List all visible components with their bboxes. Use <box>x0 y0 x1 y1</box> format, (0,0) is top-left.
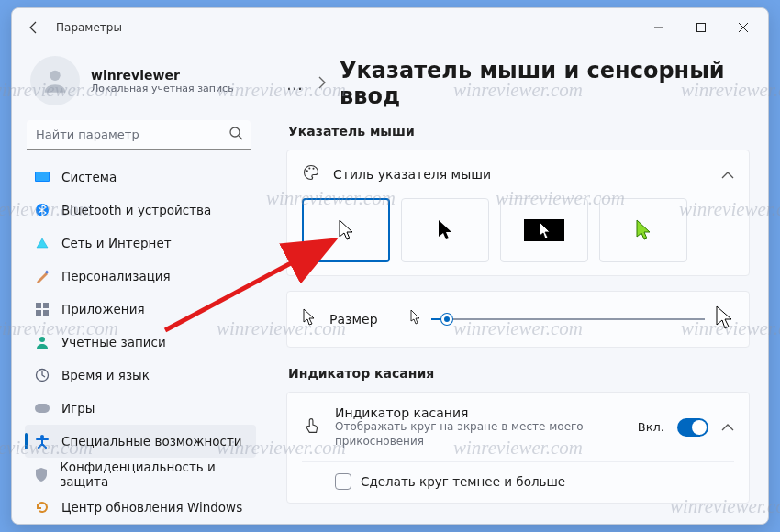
nav-bluetooth[interactable]: Bluetooth и устройства <box>25 194 256 227</box>
breadcrumb-ellipsis[interactable]: … <box>286 74 305 94</box>
privacy-icon <box>34 466 49 482</box>
touch-darker-label: Сделать круг темнее и больше <box>361 474 565 489</box>
nav-gaming[interactable]: Игры <box>25 392 256 425</box>
svg-point-19 <box>313 168 315 170</box>
maximize-button[interactable] <box>680 9 722 46</box>
chevron-right-icon <box>318 75 327 93</box>
svg-point-18 <box>308 167 310 169</box>
svg-rect-6 <box>36 172 49 181</box>
close-button[interactable] <box>722 9 764 46</box>
time-icon <box>34 367 50 383</box>
svg-rect-15 <box>35 404 50 413</box>
svg-point-2 <box>50 71 60 81</box>
touch-toggle[interactable] <box>677 418 708 437</box>
nav-label: Центр обновления Windows <box>61 500 242 515</box>
touch-darker-checkbox[interactable] <box>335 473 351 490</box>
update-icon <box>34 499 50 515</box>
user-name: winreviewer <box>91 68 234 83</box>
palette-icon <box>302 163 320 185</box>
nav-label: Учетные записи <box>61 335 166 349</box>
pointer-size-card: Размер <box>286 291 750 348</box>
system-icon <box>34 169 50 185</box>
sidebar: winreviewer Локальная учетная запись Сис… <box>12 47 262 524</box>
gaming-icon <box>34 400 50 416</box>
window-title: Параметры <box>56 21 122 34</box>
nav-label: Персонализация <box>61 269 171 283</box>
nav-personalization[interactable]: Персонализация <box>25 260 256 293</box>
nav-apps[interactable]: Приложения <box>25 293 256 326</box>
pointer-style-header[interactable]: Стиль указателя мыши <box>302 163 734 185</box>
svg-rect-10 <box>43 303 49 308</box>
pointer-style-white[interactable] <box>302 198 390 262</box>
chevron-up-icon <box>721 166 734 183</box>
minimize-button[interactable] <box>638 9 680 46</box>
touch-darker-option[interactable]: Сделать круг темнее и больше <box>302 461 734 490</box>
apps-icon <box>34 301 50 317</box>
user-header[interactable]: winreviewer Локальная учетная запись <box>30 56 256 105</box>
pointer-style-custom[interactable] <box>599 198 687 262</box>
main-content: … Указатель мыши и сенсорный ввод Указат… <box>262 47 768 524</box>
user-subtitle: Локальная учетная запись <box>91 83 234 94</box>
svg-rect-11 <box>36 310 41 316</box>
pointer-style-card: Стиль указателя мыши <box>286 150 750 276</box>
nav-label: Bluetooth и устройства <box>61 203 211 217</box>
size-slider[interactable] <box>431 310 705 328</box>
svg-point-13 <box>39 337 45 342</box>
touch-title: Индикатор касания <box>335 405 625 420</box>
nav-label: Игры <box>61 401 95 416</box>
titlebar: Параметры <box>12 8 768 47</box>
svg-rect-9 <box>36 303 41 308</box>
accounts-icon <box>34 334 50 350</box>
svg-point-16 <box>40 435 44 438</box>
svg-point-17 <box>306 170 308 172</box>
svg-rect-12 <box>43 310 49 316</box>
nav-label: Конфиденциальность и защита <box>60 460 247 489</box>
settings-window: Параметры winreviewer Локальная учетная … <box>11 7 769 525</box>
personalization-icon <box>34 268 50 284</box>
search-input[interactable] <box>27 120 251 150</box>
back-button[interactable] <box>16 9 52 46</box>
nav-system[interactable]: Система <box>25 161 256 194</box>
accessibility-icon <box>34 433 50 449</box>
svg-rect-1 <box>697 24 706 32</box>
pointer-style-label: Стиль указателя мыши <box>333 167 491 182</box>
nav-time-language[interactable]: Время и язык <box>25 359 256 392</box>
size-label: Размер <box>329 312 378 327</box>
nav-label: Приложения <box>61 302 145 316</box>
touch-state-label: Вкл. <box>638 420 664 434</box>
search-box[interactable] <box>27 120 251 150</box>
nav-accessibility[interactable]: Специальные возможности <box>25 425 256 458</box>
pointer-style-tiles <box>302 198 734 262</box>
search-icon <box>228 126 243 144</box>
avatar <box>30 56 80 105</box>
section-pointer: Указатель мыши <box>288 124 750 139</box>
touch-indicator-header[interactable]: Индикатор касания Отображать круг на экр… <box>302 405 734 449</box>
nav-label: Время и язык <box>61 368 150 382</box>
network-icon <box>34 235 50 251</box>
cursor-small-icon <box>302 308 317 330</box>
page-title: Указатель мыши и сенсорный ввод <box>340 58 750 109</box>
svg-line-4 <box>239 136 242 139</box>
svg-point-3 <box>230 127 240 137</box>
cursor-min-icon <box>409 309 422 329</box>
pointer-style-inverted[interactable] <box>500 198 588 262</box>
chevron-up-icon <box>721 418 734 436</box>
nav-network[interactable]: Сеть и Интернет <box>25 227 256 260</box>
cursor-max-icon <box>714 305 734 334</box>
nav-accounts[interactable]: Учетные записи <box>25 326 256 359</box>
nav-list: Система Bluetooth и устройства Сеть и Ин… <box>25 161 256 524</box>
nav-windows-update[interactable]: Центр обновления Windows <box>25 491 256 524</box>
nav-label: Сеть и Интернет <box>61 236 172 250</box>
touch-indicator-card: Индикатор касания Отображать круг на экр… <box>286 392 750 504</box>
section-touch: Индикатор касания <box>288 366 750 381</box>
nav-label: Система <box>61 170 117 184</box>
nav-label: Специальные возможности <box>61 434 242 449</box>
touch-icon <box>302 416 322 439</box>
touch-subtitle: Отображать круг на экране в месте моего … <box>335 420 625 449</box>
bluetooth-icon <box>34 202 50 218</box>
pointer-style-black[interactable] <box>401 198 489 262</box>
nav-privacy[interactable]: Конфиденциальность и защита <box>25 458 256 491</box>
